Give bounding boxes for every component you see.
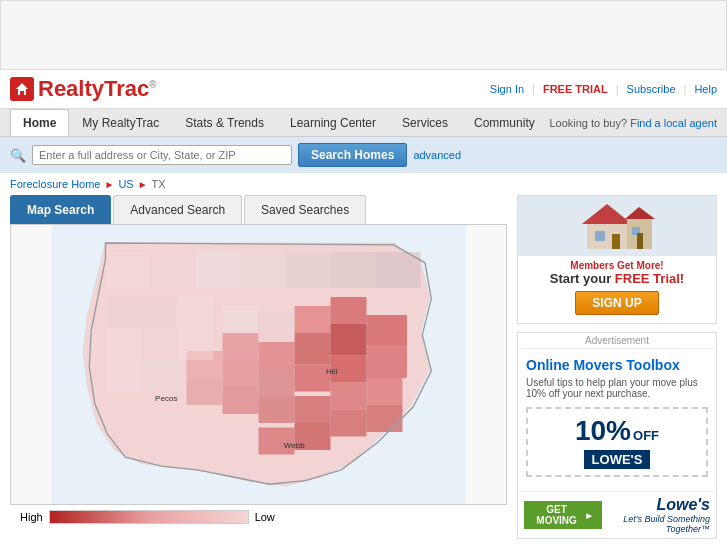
advanced-search-link[interactable]: advanced — [413, 149, 461, 161]
pecos-label: Pecos — [155, 394, 177, 403]
svg-rect-18 — [295, 396, 331, 423]
svg-rect-25 — [106, 360, 142, 392]
svg-rect-12 — [223, 360, 259, 387]
nav-right: Looking to buy? Find a local agent — [549, 117, 717, 129]
lowes-brand-logo: Lowe's — [602, 496, 710, 514]
main-content: Map Search Advanced Search Saved Searche… — [0, 195, 727, 545]
svg-marker-43 — [582, 204, 632, 224]
coupon-pct: 10% — [575, 415, 631, 447]
search-tabs: Map Search Advanced Search Saved Searche… — [10, 195, 507, 225]
svg-rect-2 — [295, 333, 331, 365]
signup-button[interactable]: SIGN UP — [575, 291, 658, 315]
nav-tab-services[interactable]: Services — [389, 109, 461, 136]
promo-image — [518, 196, 716, 256]
svg-rect-21 — [106, 297, 142, 329]
lowes-tagline: Let's Build Something Together™ — [602, 514, 710, 534]
svg-rect-9 — [331, 297, 367, 324]
svg-rect-11 — [223, 333, 259, 360]
nav-tab-home[interactable]: Home — [10, 109, 69, 136]
svg-rect-42 — [587, 224, 627, 249]
tab-map-search[interactable]: Map Search — [10, 195, 111, 224]
svg-rect-36 — [151, 252, 196, 288]
nav-tab-stats[interactable]: Stats & Trends — [172, 109, 277, 136]
ad-label: Advertisement — [518, 333, 716, 349]
header-links: Sign In | FREE TRIAL | Subscribe | Help — [490, 83, 717, 95]
promo-box: Members Get More! Start your FREE Trial!… — [517, 195, 717, 324]
svg-rect-3 — [331, 324, 367, 356]
house-illustration — [577, 199, 657, 254]
breadcrumb-us[interactable]: US — [118, 178, 133, 190]
top-banner-ad — [0, 0, 727, 70]
map-legend: High Low — [10, 505, 507, 529]
svg-rect-29 — [223, 306, 259, 333]
site-header: RealtyTrac® Sign In | FREE TRIAL | Subsc… — [0, 70, 727, 109]
search-input[interactable] — [39, 149, 269, 161]
svg-marker-0 — [16, 83, 28, 95]
nav-tab-learning[interactable]: Learning Center — [277, 109, 389, 136]
subscribe-link[interactable]: Subscribe — [627, 83, 676, 95]
ad-title: Online Movers Toolbox — [526, 357, 708, 374]
svg-rect-8 — [367, 347, 408, 379]
svg-rect-40 — [331, 252, 376, 288]
breadcrumb: Foreclosure Home ► US ► TX — [0, 173, 727, 195]
map-area: Pecos Hill Webb — [10, 225, 507, 505]
webb-label: Webb — [284, 441, 305, 450]
nav-tabs: Home My RealtyTrac Stats & Trends Learni… — [10, 109, 548, 136]
ad-content: Online Movers Toolbox Useful tips to hel… — [518, 349, 716, 492]
svg-rect-37 — [196, 252, 241, 288]
svg-rect-6 — [259, 342, 295, 369]
svg-rect-35 — [106, 252, 151, 288]
logo-icon — [10, 77, 34, 101]
nav-tab-community[interactable]: Community — [461, 109, 548, 136]
tab-saved-searches[interactable]: Saved Searches — [244, 195, 366, 224]
svg-rect-49 — [637, 233, 643, 249]
svg-rect-7 — [367, 315, 408, 347]
coupon-area: 10% OFF LOWE'S — [526, 407, 708, 477]
hill-label: Hill — [326, 367, 337, 376]
svg-rect-27 — [178, 297, 214, 329]
svg-rect-32 — [367, 405, 403, 432]
legend-low-label: Low — [255, 511, 275, 523]
svg-rect-15 — [223, 387, 259, 414]
search-homes-button[interactable]: Search Homes — [298, 143, 407, 167]
free-trial-link[interactable]: FREE TRIAL — [543, 83, 608, 95]
legend-high-label: High — [20, 511, 43, 523]
svg-rect-26 — [142, 360, 178, 392]
svg-marker-47 — [625, 207, 655, 219]
logo[interactable]: RealtyTrac® — [10, 76, 157, 102]
svg-rect-28 — [178, 329, 214, 361]
svg-rect-24 — [142, 329, 178, 361]
nav-tab-myrealtytrac[interactable]: My RealtyTrac — [69, 109, 172, 136]
search-bar: 🔍 Search Homes advanced — [0, 137, 727, 173]
search-icon: 🔍 — [10, 148, 26, 163]
svg-rect-23 — [106, 329, 142, 361]
promo-text-area: Members Get More! Start your FREE Trial!… — [518, 256, 716, 323]
svg-rect-22 — [142, 297, 178, 329]
svg-rect-30 — [259, 311, 295, 343]
tab-advanced-search[interactable]: Advanced Search — [113, 195, 242, 224]
lowes-logo-ad: LOWE'S — [584, 450, 651, 469]
logo-text: RealtyTrac® — [38, 76, 157, 102]
members-get-more: Members Get More! — [526, 260, 708, 271]
get-moving-button[interactable]: GET MOVING ► — [524, 501, 602, 529]
svg-rect-39 — [286, 252, 331, 288]
ad-box: Advertisement Online Movers Toolbox Usef… — [517, 332, 717, 540]
ad-description: Useful tips to help plan your move plus … — [526, 377, 708, 399]
nav-bar: Home My RealtyTrac Stats & Trends Learni… — [0, 109, 727, 137]
svg-rect-4 — [295, 365, 331, 392]
sign-in-link[interactable]: Sign In — [490, 83, 524, 95]
texas-map[interactable]: Pecos Hill Webb — [11, 225, 506, 504]
svg-rect-41 — [376, 252, 421, 288]
ad-footer: GET MOVING ► Lowe's Let's Build Somethin… — [518, 491, 716, 538]
left-panel: Map Search Advanced Search Saved Searche… — [10, 195, 507, 545]
legend-bar — [49, 510, 249, 524]
start-trial-text: Start your FREE Trial! — [526, 271, 708, 287]
svg-rect-16 — [259, 369, 295, 396]
help-link[interactable]: Help — [694, 83, 717, 95]
find-local-agent-link[interactable]: Find a local agent — [630, 117, 717, 129]
svg-rect-17 — [259, 396, 295, 423]
svg-rect-44 — [595, 231, 605, 241]
breadcrumb-home[interactable]: Foreclosure Home — [10, 178, 100, 190]
svg-rect-10 — [295, 306, 331, 333]
svg-rect-34 — [331, 410, 367, 437]
